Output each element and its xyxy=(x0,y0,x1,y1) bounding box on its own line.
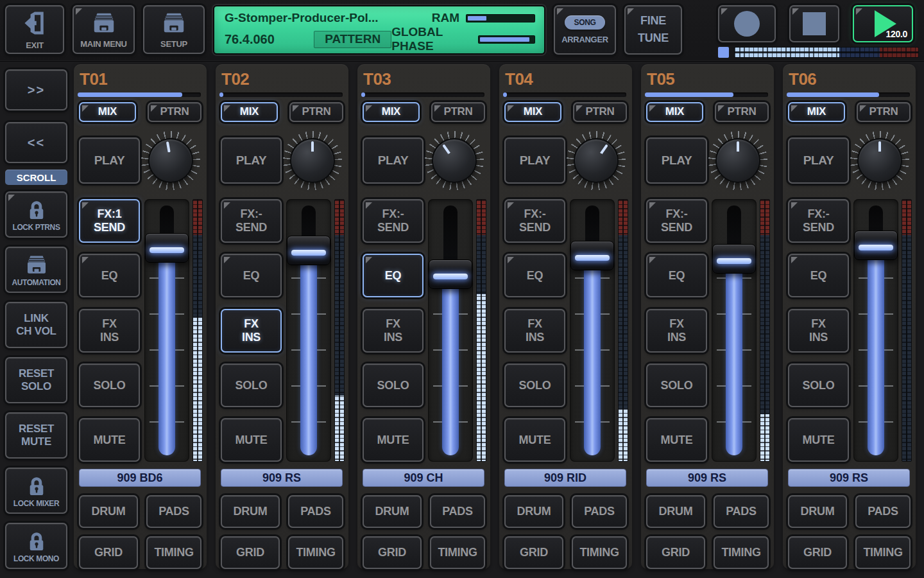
mix-tab-button[interactable]: MIX xyxy=(221,102,278,122)
reset-mute-button[interactable]: RESET MUTE xyxy=(5,412,67,459)
drum-button[interactable]: DRUM xyxy=(788,495,847,528)
lock-mono-button[interactable]: LOCK MONO xyxy=(5,523,67,569)
mute-button[interactable]: MUTE xyxy=(79,418,140,462)
pads-button[interactable]: PADS xyxy=(146,495,201,528)
timing-button[interactable]: TIMING xyxy=(572,536,627,569)
track-play-button[interactable]: PLAY xyxy=(221,137,282,184)
mix-tab-button[interactable]: MIX xyxy=(504,102,561,122)
mix-tab-button[interactable]: MIX xyxy=(646,102,703,122)
pan-knob[interactable] xyxy=(283,131,342,190)
pan-knob[interactable] xyxy=(141,131,200,190)
eq-button[interactable]: EQ xyxy=(504,254,565,297)
grid-button[interactable]: GRID xyxy=(788,536,847,569)
ptrn-tab-button[interactable]: PTRN xyxy=(715,102,769,122)
fx-insert-button[interactable]: FXINS xyxy=(363,309,424,353)
play-button[interactable]: 120.0 xyxy=(853,5,913,42)
eq-button[interactable]: EQ xyxy=(646,254,707,297)
volume-fader[interactable] xyxy=(570,199,615,462)
stop-button[interactable] xyxy=(789,5,839,42)
automation-button[interactable]: AUTOMATION xyxy=(5,247,67,293)
pads-button[interactable]: PADS xyxy=(288,495,343,528)
volume-fader[interactable] xyxy=(853,199,898,462)
eq-button[interactable]: EQ xyxy=(79,254,140,297)
drum-button[interactable]: DRUM xyxy=(646,495,705,528)
fader-cap[interactable] xyxy=(145,233,189,263)
mute-button[interactable]: MUTE xyxy=(646,418,707,462)
mix-tab-button[interactable]: MIX xyxy=(79,102,136,122)
sound-name-display[interactable]: 909 BD6 xyxy=(79,469,201,487)
pan-knob[interactable] xyxy=(850,131,909,190)
track-play-button[interactable]: PLAY xyxy=(788,137,849,184)
mute-button[interactable]: MUTE xyxy=(221,418,282,462)
grid-button[interactable]: GRID xyxy=(79,536,138,569)
fine-tune-button[interactable]: FINE TUNE xyxy=(624,5,682,55)
fx-send-button[interactable]: FX:-SEND xyxy=(504,199,565,243)
pan-knob[interactable] xyxy=(567,131,626,190)
fader-cap[interactable] xyxy=(429,259,472,289)
pan-knob[interactable] xyxy=(708,131,767,190)
eq-button[interactable]: EQ xyxy=(363,254,424,297)
ptrn-tab-button[interactable]: PTRN xyxy=(573,102,627,122)
fx-send-button[interactable]: FX:-SEND xyxy=(646,199,707,243)
drum-button[interactable]: DRUM xyxy=(221,495,280,528)
volume-fader[interactable] xyxy=(286,199,331,462)
fx-send-button[interactable]: FX:1SEND xyxy=(79,199,140,243)
volume-fader[interactable] xyxy=(428,199,473,462)
eq-button[interactable]: EQ xyxy=(788,254,849,297)
solo-button[interactable]: SOLO xyxy=(79,363,140,407)
fader-cap[interactable] xyxy=(712,244,756,274)
drum-button[interactable]: DRUM xyxy=(79,495,138,528)
timing-button[interactable]: TIMING xyxy=(146,536,201,569)
pads-button[interactable]: PADS xyxy=(714,495,769,528)
song-arranger-button[interactable]: SONG ARRANGER xyxy=(554,5,616,55)
record-button[interactable] xyxy=(718,5,776,42)
mix-tab-button[interactable]: MIX xyxy=(363,102,420,122)
solo-button[interactable]: SOLO xyxy=(504,363,565,407)
drum-button[interactable]: DRUM xyxy=(363,495,422,528)
grid-button[interactable]: GRID xyxy=(221,536,280,569)
solo-button[interactable]: SOLO xyxy=(646,363,707,407)
solo-button[interactable]: SOLO xyxy=(788,363,849,407)
pads-button[interactable]: PADS xyxy=(855,495,911,528)
timing-button[interactable]: TIMING xyxy=(855,536,911,569)
ptrn-tab-button[interactable]: PTRN xyxy=(431,102,485,122)
timing-button[interactable]: TIMING xyxy=(430,536,485,569)
fx-send-button[interactable]: FX:-SEND xyxy=(363,199,424,243)
setup-button[interactable]: SETUP xyxy=(143,5,205,54)
fader-cap[interactable] xyxy=(854,231,898,260)
ptrn-tab-button[interactable]: PTRN xyxy=(289,102,343,122)
scroll-back-button[interactable]: << xyxy=(5,122,67,163)
reset-solo-button[interactable]: RESET SOLO xyxy=(5,357,67,403)
fx-insert-button[interactable]: FXINS xyxy=(79,309,140,353)
scroll-forward-button[interactable]: >> xyxy=(5,69,67,110)
pads-button[interactable]: PADS xyxy=(430,495,485,528)
mute-button[interactable]: MUTE xyxy=(504,418,565,462)
grid-button[interactable]: GRID xyxy=(646,536,705,569)
fx-send-button[interactable]: FX:-SEND xyxy=(788,199,849,243)
fx-insert-button[interactable]: FXINS xyxy=(504,309,565,353)
sound-name-display[interactable]: 909 RS xyxy=(646,469,768,487)
track-play-button[interactable]: PLAY xyxy=(504,137,565,184)
mute-button[interactable]: MUTE xyxy=(788,418,849,462)
volume-fader[interactable] xyxy=(712,199,757,462)
pads-button[interactable]: PADS xyxy=(572,495,627,528)
ptrn-tab-button[interactable]: PTRN xyxy=(857,102,911,122)
fader-cap[interactable] xyxy=(287,236,330,265)
drum-button[interactable]: DRUM xyxy=(504,495,563,528)
timing-button[interactable]: TIMING xyxy=(714,536,769,569)
track-play-button[interactable]: PLAY xyxy=(363,137,424,184)
mute-button[interactable]: MUTE xyxy=(363,418,424,462)
exit-button[interactable]: EXIT xyxy=(5,5,64,54)
timing-button[interactable]: TIMING xyxy=(288,536,343,569)
fx-send-button[interactable]: FX:-SEND xyxy=(221,199,282,243)
sound-name-display[interactable]: 909 RS xyxy=(221,469,343,487)
sound-name-display[interactable]: 909 RID xyxy=(504,469,626,487)
lock-patterns-button[interactable]: LOCK PTRNS xyxy=(5,191,67,238)
pan-knob[interactable] xyxy=(425,131,484,190)
fx-insert-button[interactable]: FXINS xyxy=(221,309,282,353)
sound-name-display[interactable]: 909 CH xyxy=(363,469,484,487)
track-play-button[interactable]: PLAY xyxy=(79,137,140,184)
grid-button[interactable]: GRID xyxy=(363,536,422,569)
fader-cap[interactable] xyxy=(570,241,614,270)
mix-tab-button[interactable]: MIX xyxy=(788,102,845,122)
